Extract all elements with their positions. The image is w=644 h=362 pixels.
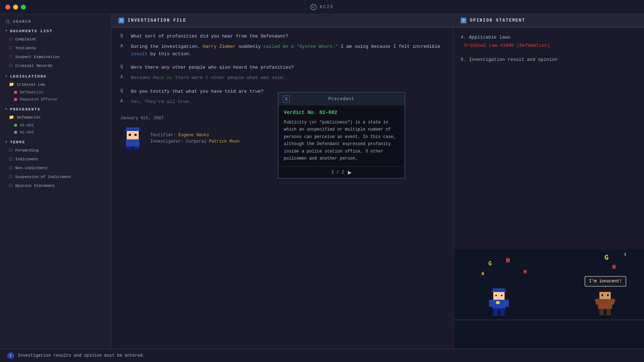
sidebar-item-non-indictment[interactable]: ⬡ Non-indictment [0,163,111,172]
terms-section-header[interactable]: ▼ TERMS [0,139,111,146]
sidebar-item-defamation-precedent[interactable]: 📁 Defamation [0,113,111,122]
svg-rect-31 [599,315,604,317]
sidebar-item-defamation-law[interactable]: Defamation [0,89,111,96]
svg-rect-3 [125,130,141,131]
term-icon-0: ⬡ [9,148,12,153]
suspect-exam-icon: ⬡ [9,54,12,59]
legislations-arrow: ▼ [5,75,8,78]
precedent-folder-icon: 📁 [9,115,14,120]
opinion-panel-header: O OPINION STATEMENT [454,14,644,28]
game-scene: G 4 H G H 4 H [454,249,644,349]
sidebar-item-opinion-statement[interactable]: ⬡ Opinion Statement [0,181,111,190]
sidebar-item-indictment[interactable]: ⬡ Indictment [0,155,111,163]
svg-rect-27 [607,294,609,296]
svg-rect-6 [134,134,137,136]
svg-rect-13 [495,295,497,296]
warning-icon: ! [7,352,14,359]
svg-point-0 [6,20,9,23]
repeated-offense-dot [14,98,17,101]
svg-rect-18 [493,310,498,316]
pixel-decoration-6: 4 [624,251,626,258]
svg-rect-26 [602,294,603,296]
documents-section-header[interactable]: ▼ DOCUMENTS LIST [0,28,111,35]
investigation-panel: D INVESTIGATION FILE Q What sort of prof… [111,14,453,362]
qa-block-2: Q Were there any other people who also h… [120,64,444,82]
svg-line-1 [8,22,10,24]
pixel-decoration-7: H [524,269,527,275]
minimize-button[interactable] [13,5,18,10]
opinion-section-5: 5. Investigation result and opinion [461,57,637,62]
opinion-section4-label: 4. Applicable laws [461,35,637,40]
complaint-icon: ⬡ [9,36,12,42]
answer-1: A During the investigation, Harry Zimmer… [120,43,444,58]
qa-block-1: Q What sort of profanities did you hear … [120,33,444,58]
svg-rect-16 [496,301,500,304]
svg-rect-30 [606,309,611,315]
sidebar-item-testimony[interactable]: ⬡ Testimony [0,44,111,52]
svg-rect-19 [500,310,505,316]
pixel-decoration-5: H [612,264,616,271]
popup-close-button[interactable]: X [283,96,290,103]
close-button[interactable] [5,5,10,10]
svg-rect-4 [127,131,139,139]
svg-rect-11 [491,291,507,292]
investigation-content[interactable]: Q What sort of profanities did you hear … [111,28,453,349]
sidebar-item-precedent-99001[interactable]: 99-001 [0,122,111,129]
sidebar-item-repeated-offense[interactable]: Repeated Offense [0,96,111,103]
svg-rect-7 [126,139,139,146]
sidebar-item-criminal-law[interactable]: 📁 Criminal Law [0,80,111,89]
opinion-section4-value: Criminal Law #1000 (Defamation) [464,43,637,48]
opinion-panel: O OPINION STATEMENT 4. Applicable laws C… [453,14,644,362]
precedent-02002-dot [14,131,17,134]
pixel-decoration-4: G [604,253,609,262]
svg-rect-28 [598,299,612,309]
suspect-character [594,288,616,320]
term-icon-1: ⬡ [9,156,12,162]
pixel-decoration-3: H [506,257,510,264]
police-officer-character [488,288,510,320]
svg-rect-20 [493,316,498,318]
opinion-panel-title: OPINION STATEMENT [470,18,525,23]
sidebar-item-criminal-records[interactable]: ⬡ Criminal Records [0,61,111,70]
terms-arrow: ▼ [5,140,8,144]
sidebar-item-forwarding[interactable]: ⬡ Forwarding [0,146,111,155]
term-icon-2: ⬡ [9,165,12,171]
svg-rect-21 [500,316,505,318]
search-icon [5,19,10,24]
svg-rect-10 [493,288,505,291]
opinion-section-4: 4. Applicable laws Criminal Law #1000 (D… [461,35,637,48]
precedents-arrow: ▼ [5,108,8,111]
svg-rect-14 [501,295,502,296]
sidebar-item-suspect-examination[interactable]: ⬡ Suspect Examination [0,52,111,61]
popup-next-button[interactable]: ▶ [348,169,352,175]
character-avatar-svg [120,126,145,151]
testimony-icon: ⬡ [9,45,12,51]
popup-header: X Precedent [278,93,404,105]
popup-body: Verdict No. 02-002 Publicity (or "public… [278,105,404,166]
svg-rect-23 [505,300,509,307]
investigation-panel-title: INVESTIGATION FILE [128,18,186,23]
popup-footer: 1 / 2 ▶ [278,166,404,178]
popup-title: Precedent [328,97,355,102]
svg-rect-5 [129,134,131,136]
popup-verdict: Verdict No. 02-002 [284,110,399,115]
legislations-section-header[interactable]: ▼ LEGISLATIONS [0,73,111,80]
svg-rect-22 [489,300,493,307]
defamation-dot [14,91,17,94]
precedents-section-header[interactable]: ▼ PRECEDENTS [0,106,111,113]
opinion-section5-label: 5. Investigation result and opinion [461,57,637,62]
maximize-button[interactable] [21,5,26,10]
collapse-arrow: ▼ [5,29,8,33]
term-icon-4: ⬡ [9,183,12,188]
search-section[interactable]: SEARCH [0,17,111,28]
sidebar-item-suspension[interactable]: ⬡ Suspension of Indictment [0,172,111,181]
svg-rect-25 [599,289,611,292]
svg-rect-9 [134,146,139,150]
opinion-content: 4. Applicable laws Criminal Law #1000 (D… [454,28,644,349]
question-1: Q What sort of profanities did you hear … [120,33,444,40]
sidebar-item-precedent-02002[interactable]: 02-002 [0,129,111,136]
app-icon: ⚙ [310,4,317,10]
sidebar-item-complaint[interactable]: ⬡ Complaint [0,35,111,44]
svg-rect-17 [493,308,505,310]
pixel-decoration: G [488,260,492,267]
